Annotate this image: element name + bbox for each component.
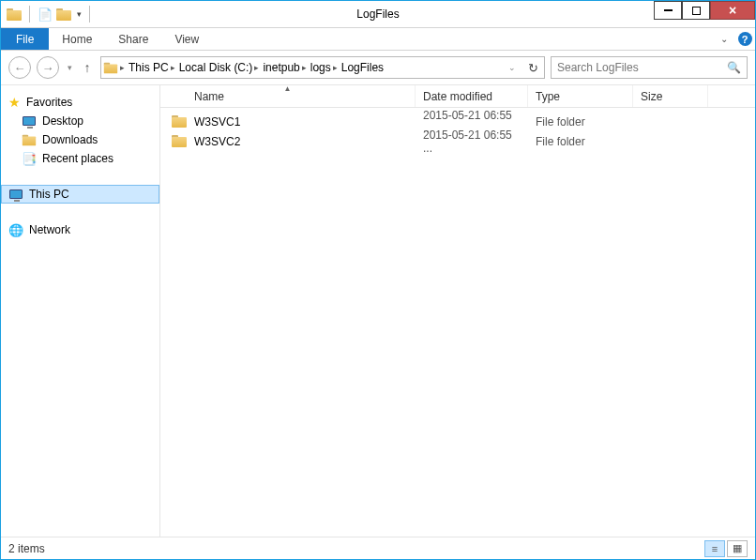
back-button[interactable]: ← [8,56,31,79]
view-switcher: ≡ ▦ [704,540,748,557]
help-button[interactable]: ? [734,28,755,50]
table-row[interactable]: W3SVC2 2015-05-21 06:55 ... File folder [160,131,755,151]
chevron-right-icon: ▸ [302,63,307,72]
computer-icon [8,187,23,202]
network-group: 🌐 Network [1,220,159,239]
file-type: File folder [528,115,633,129]
sidebar-item-network[interactable]: 🌐 Network [1,220,159,239]
folder-icon [172,115,187,128]
status-text: 2 items [8,542,45,555]
up-button[interactable]: ↑ [80,60,95,75]
new-folder-icon[interactable] [56,8,71,21]
history-dropdown-icon[interactable]: ▾ [65,63,74,72]
desktop-icon [22,114,37,129]
chevron-right-icon: ▸ [171,63,175,72]
star-icon: ★ [8,95,21,110]
breadcrumb-item[interactable]: ▸LogFiles [333,61,384,74]
breadcrumb-item[interactable]: ▸This PC [120,61,169,74]
separator [89,6,90,23]
favorites-group: ★ Favorites Desktop Downloads 📑 Recent p… [1,93,159,168]
ribbon-bar: File Home Share View ⌄ ? [1,28,755,51]
sidebar-item-label: Desktop [42,114,83,128]
properties-icon[interactable]: 📄 [38,7,53,22]
address-dropdown-icon[interactable]: ⌄ [507,63,517,72]
sidebar-item-label: Favorites [26,96,72,109]
window-title: LogFiles [1,8,755,21]
downloads-icon [22,132,37,147]
sidebar-item-this-pc[interactable]: This PC [1,185,159,204]
breadcrumb-label: This PC [129,61,169,74]
file-type: File folder [528,135,633,148]
search-placeholder: Search LogFiles [557,61,639,74]
navigation-toolbar: ← → ▾ ↑ ▸This PC ▸Local Disk (C:) ▸inetp… [1,51,755,84]
chevron-right-icon: ▸ [333,63,338,72]
sidebar-item-label: This PC [29,188,69,201]
breadcrumb-item[interactable]: ▸inetpub [254,61,299,74]
sort-ascending-icon: ▲ [284,84,292,93]
separator [29,6,30,23]
column-header-date[interactable]: Date modified [416,85,528,107]
breadcrumb-label: inetpub [263,61,299,74]
details-view-button[interactable]: ≡ [704,540,725,557]
qat-dropdown-icon[interactable]: ▾ [77,9,82,19]
network-icon: 🌐 [8,222,23,237]
maximize-icon [692,7,701,15]
location-icon [104,62,117,73]
icons-view-button[interactable]: ▦ [727,540,748,557]
file-name: W3SVC1 [194,115,240,129]
breadcrumb-label: logs [310,61,331,74]
navigation-pane: ★ Favorites Desktop Downloads 📑 Recent p… [1,85,160,537]
file-menu[interactable]: File [1,28,49,50]
column-label: Date modified [423,90,492,103]
expand-ribbon-button[interactable]: ⌄ [714,28,734,50]
sidebar-item-label: Network [29,223,70,236]
sidebar-item-recent-places[interactable]: 📑 Recent places [1,149,159,168]
minimize-button[interactable] [654,1,682,20]
close-icon: × [729,3,736,18]
sidebar-item-favorites[interactable]: ★ Favorites [1,93,159,112]
breadcrumb-label: LogFiles [341,61,384,74]
breadcrumb-item[interactable]: ▸Local Disk (C:) [171,61,253,74]
column-label: Type [536,90,560,103]
file-list: Name ▲ Date modified Type Size W3SVC1 20… [160,85,755,537]
quick-access-toolbar: 📄 ▾ [1,6,94,23]
status-bar: 2 items ≡ ▦ [1,537,755,559]
minimize-icon [664,9,673,11]
help-icon: ? [738,32,752,46]
breadcrumb-item[interactable]: ▸logs [302,61,331,74]
column-header-size[interactable]: Size [633,85,708,107]
tab-view[interactable]: View [161,28,212,50]
column-headers: Name ▲ Date modified Type Size [160,85,755,108]
thispc-group: This PC [1,185,159,204]
recent-places-icon: 📑 [22,151,37,166]
window-controls: × [654,1,755,20]
sidebar-item-downloads[interactable]: Downloads [1,130,159,149]
column-label: Size [641,90,662,103]
sidebar-item-label: Recent places [42,152,113,165]
forward-button[interactable]: → [37,56,59,79]
search-icon: 🔍 [727,61,741,74]
maximize-button[interactable] [682,1,710,20]
app-icon [7,8,22,21]
column-header-type[interactable]: Type [528,85,633,107]
folder-icon [172,135,187,147]
address-bar[interactable]: ▸This PC ▸Local Disk (C:) ▸inetpub ▸logs… [100,56,545,79]
breadcrumb-label: Local Disk (C:) [179,61,253,74]
file-rows: W3SVC1 2015-05-21 06:55 ... File folder … [160,108,755,151]
refresh-button[interactable]: ↻ [524,61,542,75]
column-header-name[interactable]: Name ▲ [160,85,416,107]
sidebar-item-desktop[interactable]: Desktop [1,112,159,130]
title-bar: 📄 ▾ LogFiles × [1,1,755,28]
main-area: ★ Favorites Desktop Downloads 📑 Recent p… [1,84,755,537]
tab-share[interactable]: Share [105,28,161,50]
chevron-right-icon: ▸ [254,63,259,72]
file-date: 2015-05-21 06:55 ... [416,129,528,155]
search-input[interactable]: Search LogFiles 🔍 [551,56,748,79]
sidebar-item-label: Downloads [42,133,98,146]
chevron-right-icon: ▸ [120,63,125,72]
close-button[interactable]: × [710,1,755,20]
tab-home[interactable]: Home [49,28,105,50]
file-name: W3SVC2 [194,135,240,148]
column-label: Name [194,90,224,103]
